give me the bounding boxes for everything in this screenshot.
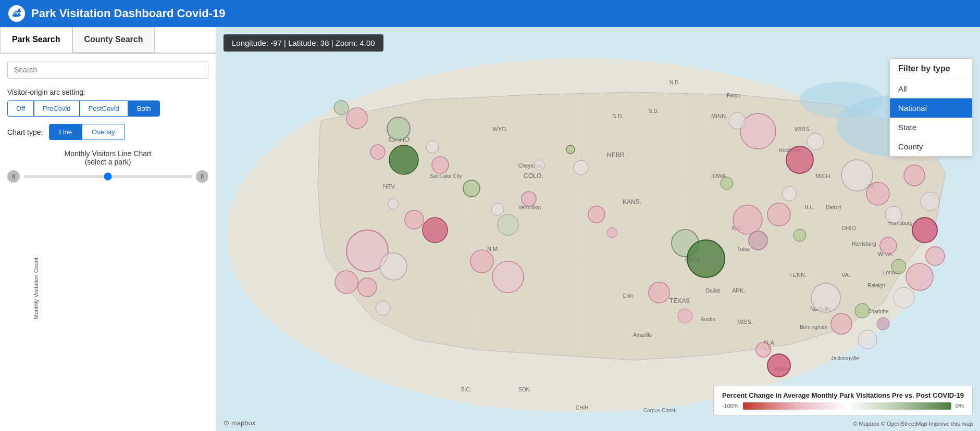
arc-btn-off[interactable]: Off [7,100,34,117]
time-slider[interactable] [24,175,192,178]
legend-bar: -100% 0% [722,402,964,410]
svg-point-81 [672,230,699,257]
filter-option-county[interactable]: County [890,137,972,156]
filter-option-national[interactable]: National [890,98,972,118]
svg-point-118 [334,100,349,115]
svg-point-80 [607,227,617,238]
svg-text:S.D.: S.D. [649,108,659,114]
svg-text:TEXAS: TEXAS [669,297,690,305]
svg-point-109 [756,343,771,357]
svg-text:B.C.: B.C. [461,387,471,392]
svg-text:Fargo: Fargo [727,93,741,98]
left-panel: Park Search County Search Visitor-origin… [0,27,216,431]
svg-point-63 [370,145,385,159]
svg-text:IDAHO: IDAHO [388,135,410,143]
mapbox-logo: ⊙ mapbox [224,419,255,427]
svg-point-88 [782,186,797,201]
arc-setting: Visitor-origin arc setting: Off PreCovid… [0,83,216,122]
svg-text:Rochester: Rochester [779,147,803,153]
app-title: Park Visitation Dashboard Covid-19 [31,7,225,20]
svg-text:VA.: VA. [841,272,850,278]
svg-text:IOWA: IOWA [711,173,727,179]
svg-text:ALA.: ALA. [763,339,776,346]
svg-text:NEV.: NEV. [383,183,396,189]
svg-text:N.D.: N.D. [669,80,680,85]
svg-point-69 [423,218,448,243]
svg-point-70 [463,180,480,197]
svg-text:Harrisburg: Harrisburg [888,220,913,226]
svg-point-96 [904,165,925,186]
arc-button-group: Off PreCovid PostCovid Both [7,100,208,117]
chart-type-label: Chart type: [7,128,43,136]
svg-point-68 [405,210,424,229]
svg-point-62 [387,117,410,140]
svg-text:Nashville: Nashville [810,306,832,312]
map-svg: IDAHO NEV. WYO. COLO. N.M. S.D. NEBR. KA… [216,27,980,431]
legend-gradient [743,402,951,410]
svg-text:Salt Lake City: Salt Lake City [430,173,462,179]
svg-point-91 [807,133,824,150]
svg-point-89 [767,203,790,226]
svg-point-72 [498,214,518,235]
chart-subtitle: (select a park) [64,158,151,166]
arc-btn-precovid[interactable]: PreCovid [34,100,79,117]
svg-text:MINN.: MINN. [711,113,727,119]
svg-text:Austin: Austin [701,316,715,322]
svg-text:Birmingham: Birmingham [800,324,827,330]
map-background: IDAHO NEV. WYO. COLO. N.M. S.D. NEBR. KA… [216,27,980,431]
svg-text:London: London [883,270,900,275]
svg-rect-0 [216,27,980,431]
svg-point-90 [793,229,806,242]
svg-text:Raleigh: Raleigh [867,283,885,288]
filter-option-all[interactable]: All [890,79,972,98]
search-input[interactable] [7,61,208,79]
svg-point-73 [522,192,536,206]
arc-btn-postcovid[interactable]: PostCovid [80,100,128,117]
filter-option-state[interactable]: State [890,118,972,137]
svg-point-76 [534,160,544,170]
svg-point-94 [866,182,889,205]
legend-min-label: -100% [722,403,739,409]
svg-text:MISS.: MISS. [737,319,753,325]
mapbox-attribution[interactable]: © Mapbox © OpenStreetMap Improve this ma… [853,421,973,427]
svg-point-66 [432,157,449,173]
svg-point-67 [388,199,399,209]
svg-text:Harrisburg: Harrisburg [852,241,876,247]
chart-title-container: Monthly Visitors Line Chart (select a pa… [64,149,151,166]
svg-text:OKLA.: OKLA. [685,256,702,262]
search-container [0,54,216,83]
svg-point-110 [767,354,790,377]
svg-text:Amarillo: Amarillo [633,332,652,338]
filter-panel: Filter by type All National State County [889,58,973,157]
svg-text:Detroit: Detroit [826,205,841,210]
chart-btn-line[interactable]: Line [49,124,82,140]
chart-title: Monthly Visitors Line Chart [64,149,151,158]
svg-point-98 [912,218,937,243]
svg-text:Vermillion: Vermillion [518,205,541,210]
svg-text:N.M.: N.M. [487,246,499,252]
svg-text:Mobile: Mobile [774,366,789,372]
svg-text:Chih.: Chih. [623,293,635,299]
arc-btn-both[interactable]: Both [128,100,160,117]
svg-text:NEBR.: NEBR. [607,151,626,159]
svg-point-92 [786,146,813,173]
tab-county-search[interactable]: County Search [72,27,155,53]
svg-point-85 [721,177,733,189]
svg-point-95 [885,206,902,223]
svg-text:Charlotte: Charlotte [867,309,889,314]
chart-type-button-group: Line Overlay [49,124,125,140]
svg-text:WYO.: WYO. [492,126,507,132]
svg-point-1 [227,58,935,412]
svg-point-84 [678,309,692,323]
slider-left-icon: ⏸ [7,170,20,183]
chart-btn-overlay[interactable]: Overlay [82,124,125,140]
svg-point-65 [426,141,439,153]
svg-point-119 [346,108,367,129]
mapbox-logo-text: mapbox [231,419,255,427]
svg-text:CHIH.: CHIH. [576,405,590,411]
svg-point-107 [858,330,877,349]
svg-point-115 [358,278,377,297]
legend-title: Percent Change in Average Monthly Park V… [722,391,964,399]
tab-park-search[interactable]: Park Search [0,27,72,53]
svg-text:Cheyenne: Cheyenne [518,163,542,169]
